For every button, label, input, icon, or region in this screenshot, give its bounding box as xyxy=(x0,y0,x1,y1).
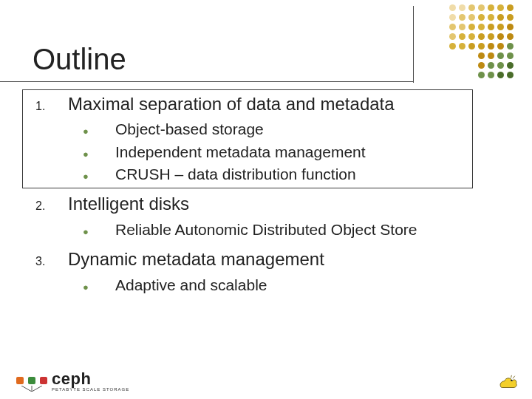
bullet-icon: ● xyxy=(83,223,115,239)
outline-subitem: ● CRUSH – data distribution function xyxy=(83,164,502,185)
subitem-label: Adaptive and scalable xyxy=(115,275,267,296)
footer-brand: ceph PETABYTE SCALE STORAGE xyxy=(16,369,129,392)
slide-title: Outline xyxy=(33,43,126,76)
corner-dots-decoration xyxy=(449,4,514,79)
outline-subitem: ● Independent metadata management xyxy=(83,142,502,163)
footer-mascot xyxy=(498,369,519,393)
outline-item-2: 2. Intelligent disks xyxy=(35,192,502,216)
outline-subitem: ● Reliable Autonomic Distributed Object … xyxy=(83,219,502,240)
outline-number: 1. xyxy=(35,96,68,115)
subitem-label: Independent metadata management xyxy=(115,142,366,163)
bullet-icon: ● xyxy=(83,168,115,183)
outline-label: Maximal separation of data and metadata xyxy=(68,92,395,116)
brand-word: ceph xyxy=(52,369,129,389)
outline-item-3: 3. Dynamic metadata management xyxy=(35,248,502,271)
outline-label: Dynamic metadata management xyxy=(68,248,324,271)
svg-point-3 xyxy=(511,380,512,381)
bullet-icon: ● xyxy=(83,279,115,294)
outline-item-1: 1. Maximal separation of data and metada… xyxy=(35,92,502,116)
slide: Outline 1. Maximal separation of data an… xyxy=(0,0,532,399)
outline-number: 3. xyxy=(35,251,68,270)
bullet-icon: ● xyxy=(83,146,115,161)
svg-line-2 xyxy=(32,386,42,392)
outline-subitem: ● Adaptive and scalable xyxy=(83,275,502,296)
brand-tagline: PETABYTE SCALE STORAGE xyxy=(52,387,129,392)
title-rule-vertical xyxy=(413,6,414,83)
outline-body: 1. Maximal separation of data and metada… xyxy=(35,92,502,297)
outline-subitem: ● Object-based storage xyxy=(83,119,502,140)
bullet-icon: ● xyxy=(83,123,115,138)
svg-line-0 xyxy=(21,386,32,392)
ceph-wordmark: ceph PETABYTE SCALE STORAGE xyxy=(52,369,129,392)
slug-icon xyxy=(498,369,519,390)
ceph-logo-icon xyxy=(16,377,47,392)
outline-label: Intelligent disks xyxy=(68,192,189,216)
title-rule-horizontal xyxy=(0,81,414,82)
subitem-label: CRUSH – data distribution function xyxy=(115,164,356,185)
subitem-label: Reliable Autonomic Distributed Object St… xyxy=(115,219,417,240)
subitem-label: Object-based storage xyxy=(115,119,264,140)
outline-number: 2. xyxy=(35,196,68,214)
